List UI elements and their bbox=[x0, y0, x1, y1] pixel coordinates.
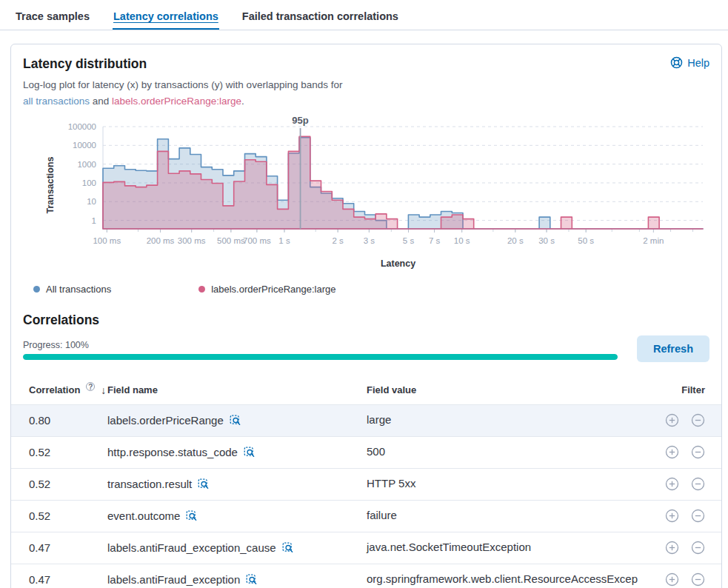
tab-failed-transaction-correlations[interactable]: Failed transaction correlations bbox=[241, 4, 399, 30]
svg-text:2 s: 2 s bbox=[332, 236, 344, 245]
svg-text:95p: 95p bbox=[292, 116, 308, 126]
filter-actions bbox=[656, 477, 709, 491]
field-statistics-icon[interactable] bbox=[198, 478, 210, 490]
filter-include-button[interactable] bbox=[665, 413, 679, 427]
field-name-cell: event.outcome bbox=[107, 510, 367, 522]
svg-text:20 s: 20 s bbox=[507, 236, 524, 245]
svg-text:100000: 100000 bbox=[68, 122, 96, 131]
field-value: java.net.SocketTimeoutException bbox=[367, 539, 656, 556]
field-name: labels.antiFraud_exception bbox=[107, 573, 240, 586]
correlation-value: 0.52 bbox=[23, 446, 107, 458]
correlations-heading: Correlations bbox=[23, 313, 709, 328]
progress-label: Progress: 100% bbox=[23, 340, 618, 350]
legend-label: labels.orderPriceRange:large bbox=[211, 284, 335, 295]
column-header-correlation[interactable]: Correlation ? ↓ bbox=[23, 384, 107, 396]
legend-dot-blue bbox=[33, 286, 40, 293]
latency-distribution-chart: Transactions 110100100010000100000100 ms… bbox=[23, 116, 709, 269]
svg-text:7 s: 7 s bbox=[429, 236, 441, 245]
chart-legend: All transactions labels.orderPriceRange:… bbox=[33, 284, 709, 295]
field-name-cell: labels.antiFraud_exception_cause bbox=[107, 541, 367, 554]
legend-item-all-transactions[interactable]: All transactions bbox=[33, 284, 111, 295]
joiner-text: and bbox=[90, 96, 112, 107]
term-link[interactable]: labels.orderPriceRange:large bbox=[112, 96, 241, 107]
svg-text:30 s: 30 s bbox=[538, 236, 555, 245]
svg-text:2 min: 2 min bbox=[643, 236, 664, 245]
help-link[interactable]: Help bbox=[670, 56, 709, 69]
filter-exclude-button[interactable] bbox=[691, 541, 705, 555]
filter-exclude-button[interactable] bbox=[691, 509, 705, 523]
field-statistics-icon[interactable] bbox=[186, 510, 198, 522]
table-row[interactable]: 0.47labels.antiFraud_exceptionorg.spring… bbox=[11, 564, 721, 588]
field-name: transaction.result bbox=[107, 478, 192, 490]
column-header-filter: Filter bbox=[656, 384, 709, 395]
y-axis-title: Transactions bbox=[45, 144, 56, 226]
period-text: . bbox=[241, 96, 244, 107]
panel-title: Latency distribution bbox=[23, 56, 147, 72]
filter-include-button[interactable] bbox=[665, 509, 679, 523]
correlation-value: 0.52 bbox=[23, 510, 107, 522]
filter-include-button[interactable] bbox=[665, 477, 679, 491]
field-name: event.outcome bbox=[107, 510, 180, 522]
field-statistics-icon[interactable] bbox=[246, 574, 258, 586]
field-name: labels.antiFraud_exception_cause bbox=[107, 541, 276, 554]
filter-include-button[interactable] bbox=[665, 445, 679, 459]
table-row[interactable]: 0.52http.response.status_code500 bbox=[11, 436, 721, 468]
svg-text:5 s: 5 s bbox=[403, 236, 415, 245]
svg-text:1 s: 1 s bbox=[278, 236, 290, 245]
lifebuoy-help-icon bbox=[670, 56, 683, 69]
svg-text:100 ms: 100 ms bbox=[93, 236, 121, 245]
svg-text:500 ms: 500 ms bbox=[217, 236, 245, 245]
field-statistics-icon[interactable] bbox=[230, 415, 241, 427]
column-header-field-name: Field name bbox=[107, 384, 367, 395]
all-transactions-link[interactable]: all transactions bbox=[23, 96, 90, 107]
column-header-field-value: Field value bbox=[367, 383, 656, 398]
legend-dot-pink bbox=[198, 286, 205, 293]
x-axis-title: Latency bbox=[87, 258, 709, 269]
filter-exclude-button[interactable] bbox=[691, 572, 705, 587]
svg-text:700 ms: 700 ms bbox=[243, 236, 271, 245]
filter-include-button[interactable] bbox=[665, 572, 679, 587]
help-label: Help bbox=[687, 57, 709, 69]
table-row[interactable]: 0.52event.outcomefailure bbox=[11, 500, 721, 532]
filter-exclude-button[interactable] bbox=[691, 477, 705, 491]
svg-text:10 s: 10 s bbox=[454, 236, 470, 245]
field-value: 500 bbox=[367, 444, 656, 461]
correlation-value: 0.47 bbox=[23, 541, 107, 554]
correlations-table: Correlation ? ↓ Field name Field value F… bbox=[11, 376, 721, 588]
progress-fill bbox=[23, 354, 618, 360]
tab-latency-correlations[interactable]: Latency correlations bbox=[113, 4, 219, 30]
svg-text:10000: 10000 bbox=[73, 141, 96, 150]
progress-bar bbox=[23, 354, 618, 360]
svg-text:1000: 1000 bbox=[77, 160, 96, 169]
legend-label: All transactions bbox=[46, 284, 111, 295]
correlation-value: 0.47 bbox=[23, 573, 107, 586]
chart-description-text: Log-log plot for latency (x) by transact… bbox=[23, 79, 342, 90]
filter-actions bbox=[656, 572, 709, 587]
filter-actions bbox=[656, 445, 709, 459]
field-name: labels.orderPriceRange bbox=[107, 414, 224, 427]
chart-description: Log-log plot for latency (x) by transact… bbox=[23, 77, 709, 109]
sort-descending-icon[interactable]: ↓ bbox=[101, 384, 106, 396]
field-statistics-icon[interactable] bbox=[282, 542, 294, 554]
filter-exclude-button[interactable] bbox=[691, 445, 705, 459]
table-row[interactable]: 0.47labels.antiFraud_exception_causejava… bbox=[11, 532, 721, 564]
svg-text:200 ms: 200 ms bbox=[147, 236, 175, 245]
svg-text:50 s: 50 s bbox=[578, 236, 594, 245]
field-value: org.springframework.web.client.ResourceA… bbox=[367, 571, 656, 588]
refresh-button[interactable]: Refresh bbox=[637, 335, 709, 362]
tab-trace-samples[interactable]: Trace samples bbox=[15, 4, 90, 30]
filter-actions bbox=[656, 541, 709, 555]
legend-item-term[interactable]: labels.orderPriceRange:large bbox=[198, 284, 335, 295]
correlation-header-label: Correlation bbox=[29, 384, 80, 395]
table-row[interactable]: 0.80labels.orderPriceRangelarge bbox=[11, 404, 721, 436]
info-icon[interactable]: ? bbox=[86, 382, 95, 391]
table-row[interactable]: 0.52transaction.resultHTTP 5xx bbox=[11, 468, 721, 500]
field-value: large bbox=[367, 412, 656, 429]
filter-include-button[interactable] bbox=[665, 541, 679, 555]
filter-exclude-button[interactable] bbox=[691, 413, 705, 427]
field-name-cell: labels.antiFraud_exception bbox=[107, 573, 367, 586]
field-statistics-icon[interactable] bbox=[244, 447, 256, 458]
svg-text:3 s: 3 s bbox=[364, 236, 375, 245]
tab-bar: Trace samples Latency correlations Faile… bbox=[0, 0, 728, 30]
svg-text:1: 1 bbox=[92, 216, 96, 225]
